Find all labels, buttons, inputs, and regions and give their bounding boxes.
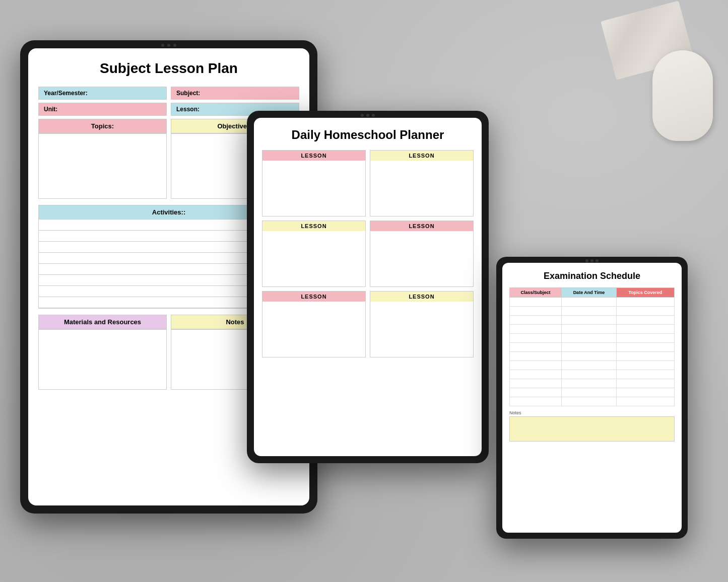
lesson-row-3: LESSON LESSON bbox=[262, 291, 474, 357]
col-topics-covered: Topics Covered bbox=[616, 288, 674, 298]
computer-mouse bbox=[652, 50, 713, 141]
lesson-card-1-body bbox=[262, 161, 365, 216]
lesson-card-6-body bbox=[370, 302, 473, 357]
lesson-card-4-header: LESSON bbox=[370, 221, 473, 231]
lesson-card-1: LESSON bbox=[262, 150, 366, 216]
planner-title: Daily Homeschool Planner bbox=[262, 128, 474, 142]
col-class-subject: Class/Subject bbox=[510, 288, 562, 298]
table-row bbox=[510, 361, 675, 370]
lesson-card-2-header: LESSON bbox=[370, 151, 473, 161]
subject-field: Subject: bbox=[171, 87, 299, 100]
tablet-middle: Daily Homeschool Planner LESSON LESSON L… bbox=[247, 111, 489, 463]
table-row bbox=[510, 388, 675, 397]
lesson-card-2: LESSON bbox=[370, 150, 474, 216]
year-semester-field: Year/Semester: bbox=[38, 87, 167, 100]
tablet-right-camera bbox=[585, 259, 599, 262]
lesson-card-4: LESSON bbox=[370, 221, 474, 287]
table-row bbox=[510, 343, 675, 352]
lesson-card-3-header: LESSON bbox=[262, 221, 365, 231]
form-row-1: Year/Semester: Subject: bbox=[38, 87, 299, 100]
table-row bbox=[510, 307, 675, 316]
exam-notes-box bbox=[509, 416, 675, 442]
exam-title: Examination Schedule bbox=[509, 271, 675, 281]
tablet-left-camera bbox=[161, 44, 176, 47]
tablet-middle-camera bbox=[361, 114, 375, 117]
lesson-card-5-header: LESSON bbox=[262, 292, 365, 302]
col-date-time: Date And Time bbox=[562, 288, 617, 298]
lesson-row-1: LESSON LESSON bbox=[262, 150, 474, 216]
desk-decoration bbox=[526, 0, 728, 151]
exam-notes-section: Notes bbox=[509, 410, 675, 442]
table-row bbox=[510, 298, 675, 307]
lesson-grid: LESSON LESSON LESSON LESSON bbox=[262, 150, 474, 357]
lesson-row-2: LESSON LESSON bbox=[262, 221, 474, 287]
materials-header: Materials and Resources bbox=[38, 315, 167, 329]
exam-table: Class/Subject Date And Time Topics Cover… bbox=[509, 287, 675, 406]
tablet-right: Examination Schedule Class/Subject Date … bbox=[496, 257, 688, 539]
table-row bbox=[510, 370, 675, 379]
topics-header: Topics: bbox=[38, 119, 167, 133]
lesson-card-6-header: LESSON bbox=[370, 292, 473, 302]
unit-field: Unit: bbox=[38, 103, 167, 116]
planner-screen: Daily Homeschool Planner LESSON LESSON L… bbox=[254, 118, 482, 456]
lesson-card-4-body bbox=[370, 231, 473, 286]
table-row bbox=[510, 325, 675, 334]
lesson-card-6: LESSON bbox=[370, 291, 474, 357]
table-row bbox=[510, 334, 675, 343]
table-row bbox=[510, 316, 675, 325]
materials-column: Materials and Resources bbox=[38, 315, 167, 390]
lesson-card-3: LESSON bbox=[262, 221, 366, 287]
topics-column: Topics: bbox=[38, 119, 167, 199]
exam-notes-label: Notes bbox=[509, 410, 675, 415]
table-row bbox=[510, 379, 675, 388]
topics-box bbox=[38, 133, 167, 199]
lesson-card-3-body bbox=[262, 231, 365, 286]
lesson-card-5: LESSON bbox=[262, 291, 366, 357]
lesson-card-1-header: LESSON bbox=[262, 151, 365, 161]
materials-box bbox=[38, 329, 167, 390]
exam-screen: Examination Schedule Class/Subject Date … bbox=[502, 263, 682, 533]
lesson-card-2-body bbox=[370, 161, 473, 216]
lesson-plan-title: Subject Lesson Plan bbox=[38, 60, 299, 77]
table-row bbox=[510, 352, 675, 361]
table-row bbox=[510, 397, 675, 406]
lesson-card-5-body bbox=[262, 302, 365, 357]
